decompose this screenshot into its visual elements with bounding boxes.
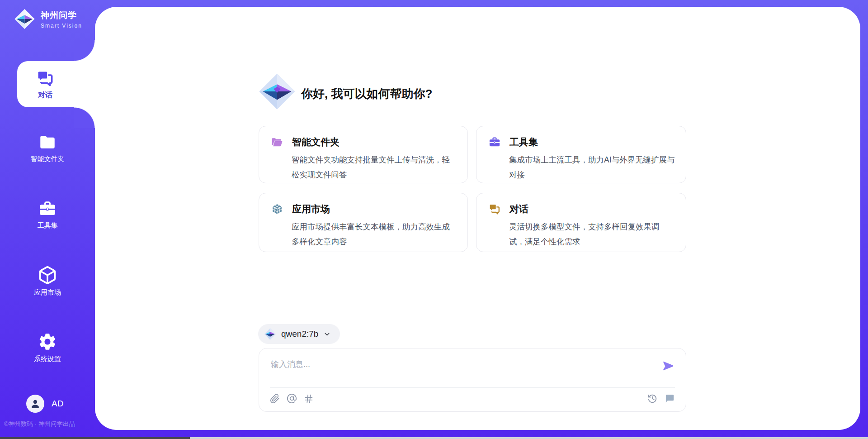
person-icon (29, 398, 41, 410)
chat-icon (36, 69, 55, 88)
folder-open-icon (271, 136, 283, 148)
card-title: 应用市场 (292, 203, 330, 215)
message-input[interactable] (270, 355, 642, 374)
toolbox-icon (38, 199, 57, 218)
card-description: 智能文件夹功能支持批量文件上传与清洗，轻松实现文件问答 (292, 153, 457, 182)
model-name: qwen2:7b (281, 329, 318, 339)
hash-button[interactable] (304, 394, 314, 404)
card-title: 工具集 (509, 136, 538, 148)
feature-card-chat[interactable]: 对话 灵活切换多模型文件，支持多样回复效果调试，满足个性化需求 (476, 193, 686, 252)
avatar (26, 395, 44, 413)
diamond-logo-icon (264, 328, 276, 340)
assistant-logo-icon (258, 72, 296, 111)
sidebar-item-toolset[interactable]: 工具集 (0, 199, 95, 230)
hash-icon (304, 394, 314, 404)
sidebar-item-label: 智能文件夹 (31, 155, 65, 163)
feature-card-toolset[interactable]: 工具集 集成市场上主流工具，助力AI与外界无缝扩展与对接 (476, 126, 686, 183)
composer-tools-right (647, 393, 675, 404)
composer-tools-left (270, 393, 314, 404)
attach-button[interactable] (270, 394, 280, 404)
brand-text: 神州问学 Smart Vision (41, 10, 82, 29)
sidebar-item-label: 应用市场 (34, 288, 61, 297)
sidebar-item-label: 系统设置 (34, 355, 61, 363)
toolbox-icon (488, 136, 501, 148)
sidebar-item-label: 对话 (38, 91, 52, 100)
greeting-title: 你好, 我可以如何帮助你? (301, 86, 432, 102)
send-icon (662, 360, 674, 372)
user-initials: AD (52, 399, 63, 409)
card-description: 灵活切换多模型文件，支持多样回复效果调试，满足个性化需求 (509, 220, 675, 249)
app-root: 神州问学 Smart Vision 对话 智能文件夹 (0, 0, 868, 439)
chat-icon (488, 203, 501, 215)
sidebar-item-app-market[interactable]: 应用市场 (0, 265, 95, 297)
send-button[interactable] (660, 358, 675, 373)
cube-grid-icon (271, 203, 283, 215)
gear-icon (38, 332, 57, 352)
card-title: 对话 (509, 203, 528, 215)
history-icon (647, 394, 657, 404)
app-title: 神州问学 (41, 10, 82, 21)
sidebar: 神州问学 Smart Vision 对话 智能文件夹 (0, 0, 95, 439)
chevron-down-icon (323, 330, 331, 338)
card-description: 应用市场提供丰富长文本模板，助力高效生成多样化文章内容 (292, 220, 457, 249)
cube-icon (38, 265, 57, 285)
user-profile[interactable]: AD (26, 395, 63, 413)
card-title: 智能文件夹 (292, 136, 340, 148)
bottom-edge-left (0, 437, 190, 439)
feedback-icon (665, 393, 675, 404)
card-description: 集成市场上主流工具，助力AI与外界无缝扩展与对接 (509, 153, 675, 182)
mention-button[interactable] (287, 393, 297, 404)
brand: 神州问学 Smart Vision (14, 8, 82, 30)
brand-logo-icon (14, 8, 35, 30)
sidebar-item-smart-folder[interactable]: 智能文件夹 (0, 133, 95, 163)
sidebar-item-chat[interactable]: 对话 (17, 61, 95, 107)
copyright: ©神州数码 · 神州问学出品 (4, 420, 75, 428)
active-tab-top-fillet (74, 40, 95, 61)
model-selector[interactable]: qwen2:7b (258, 324, 340, 344)
sidebar-item-settings[interactable]: 系统设置 (0, 332, 95, 363)
feature-card-smart-folder[interactable]: 智能文件夹 智能文件夹功能支持批量文件上传与清洗，轻松实现文件问答 (259, 126, 468, 183)
history-button[interactable] (647, 394, 657, 404)
app-subtitle: Smart Vision (41, 23, 82, 29)
attach-icon (270, 394, 280, 404)
message-composer (259, 348, 686, 412)
sidebar-item-label: 工具集 (38, 221, 58, 230)
mention-icon (287, 393, 297, 404)
feedback-button[interactable] (665, 393, 675, 404)
bottom-edge-right (190, 437, 868, 439)
feature-card-app-market[interactable]: 应用市场 应用市场提供丰富长文本模板，助力高效生成多样化文章内容 (259, 193, 468, 252)
folder-icon (38, 133, 57, 152)
active-tab-bottom-fillet (74, 107, 95, 128)
composer-divider (270, 387, 675, 388)
